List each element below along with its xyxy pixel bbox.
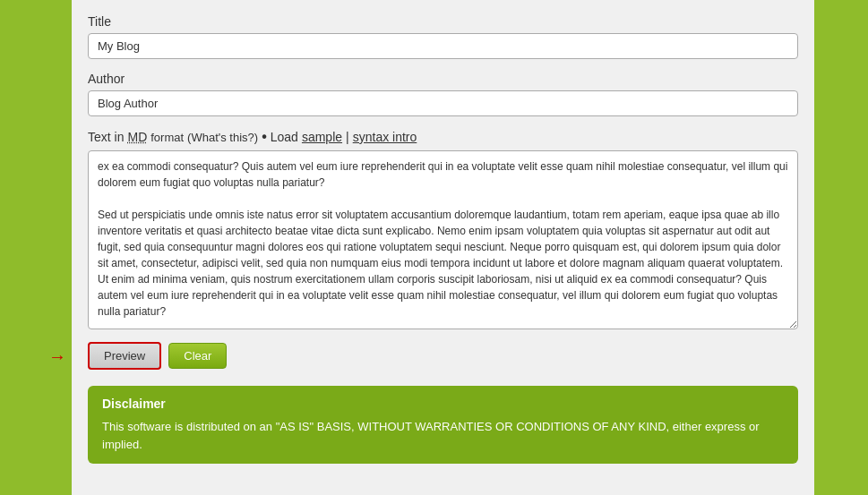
md-abbr: MD (127, 130, 147, 144)
bullet-separator: • (262, 129, 267, 145)
preview-button[interactable]: Preview (88, 342, 161, 370)
arrow-area: → (48, 346, 66, 366)
main-content: Title Author Text in MD format (What's t… (72, 0, 814, 495)
right-sidebar (814, 0, 868, 495)
sample-link[interactable]: sample (302, 130, 342, 144)
whats-this-link[interactable]: (What's this?) (187, 131, 258, 144)
md-label-row: Text in MD format (What's this?) • Load … (88, 129, 798, 145)
button-row: → Preview Clear (88, 342, 798, 370)
text-in-label: Text in (88, 130, 124, 144)
title-label: Title (88, 14, 798, 29)
md-label-text: format (150, 131, 184, 144)
load-text: Load (271, 130, 298, 144)
clear-button[interactable]: Clear (168, 343, 227, 369)
text-content-area[interactable] (88, 150, 798, 329)
arrow-indicator: → (48, 346, 66, 365)
disclaimer-box: Disclaimer This software is distributed … (88, 386, 798, 464)
syntax-intro-link[interactable]: syntax intro (353, 130, 417, 144)
pipe-separator: | (346, 130, 349, 144)
disclaimer-text: This software is distributed on an "AS I… (102, 418, 784, 453)
left-sidebar (0, 0, 72, 495)
title-input[interactable] (88, 33, 798, 59)
author-label: Author (88, 72, 798, 86)
disclaimer-title: Disclaimer (102, 397, 784, 411)
author-input[interactable] (88, 90, 798, 116)
